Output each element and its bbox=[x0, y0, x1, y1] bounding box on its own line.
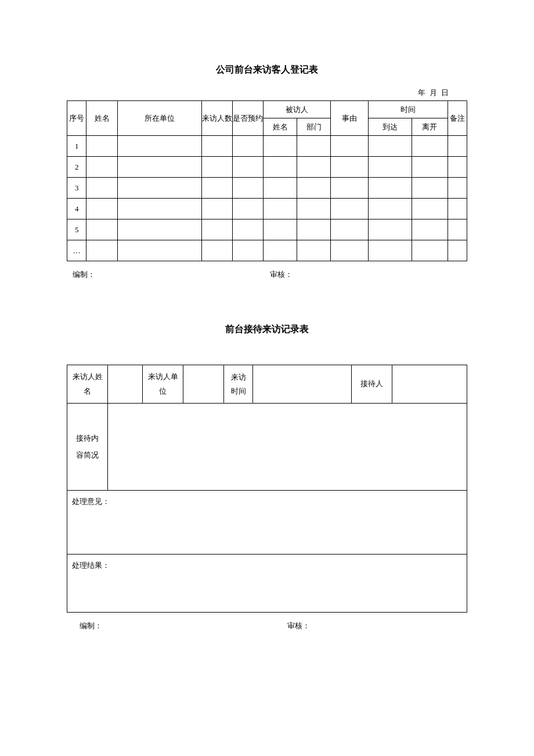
cell-seq: 1 bbox=[67, 136, 86, 157]
table-row: 1 bbox=[67, 136, 467, 157]
cell-time_arrive bbox=[368, 178, 412, 199]
cell-reason bbox=[331, 157, 369, 178]
title-1: 公司前台来访客人登记表 bbox=[67, 64, 467, 76]
cell-visit_count bbox=[201, 178, 232, 199]
cell-time_leave bbox=[412, 157, 448, 178]
cell-result: 处理结果： bbox=[67, 555, 467, 613]
cell-org bbox=[117, 219, 201, 240]
approved-by-1: 审核： bbox=[270, 269, 467, 280]
value-visit-time bbox=[253, 365, 352, 404]
cell-remark bbox=[448, 219, 467, 240]
cell-visited_name bbox=[264, 178, 297, 199]
th-seq: 序号 bbox=[67, 101, 86, 136]
cell-reason bbox=[331, 199, 369, 219]
table-row: 3 bbox=[67, 178, 467, 199]
cell-visited_name bbox=[264, 136, 297, 157]
cell-time_leave bbox=[412, 199, 448, 219]
value-receiver bbox=[392, 365, 467, 404]
cell-org bbox=[117, 136, 201, 157]
cell-opinion: 处理意见： bbox=[67, 491, 467, 555]
cell-time_arrive bbox=[368, 157, 412, 178]
cell-visit_count bbox=[201, 136, 232, 157]
cell-reason bbox=[331, 240, 369, 261]
cell-seq: … bbox=[67, 240, 86, 261]
th-visited-dept: 部门 bbox=[297, 118, 331, 136]
cell-name bbox=[86, 136, 117, 157]
cell-time_arrive bbox=[368, 240, 412, 261]
value-visitor-name bbox=[108, 365, 143, 404]
cell-visited_name bbox=[264, 157, 297, 178]
cell-visited_dept bbox=[297, 219, 331, 240]
cell-visit_count bbox=[201, 199, 232, 219]
cell-appointment bbox=[232, 136, 263, 157]
label-visitor-name: 来访人姓 名 bbox=[67, 365, 108, 404]
cell-time_leave bbox=[412, 240, 448, 261]
cell-appointment bbox=[232, 219, 263, 240]
th-remark: 备注 bbox=[448, 101, 467, 136]
cell-reason bbox=[331, 219, 369, 240]
th-time-leave: 离开 bbox=[412, 118, 448, 136]
label-result: 处理结果： bbox=[72, 561, 110, 570]
th-visited-group: 被访人 bbox=[264, 101, 331, 118]
th-visited-name: 姓名 bbox=[264, 118, 297, 136]
cell-visit_count bbox=[201, 219, 232, 240]
th-visit-count: 来访人数 bbox=[201, 101, 232, 136]
cell-appointment bbox=[232, 157, 263, 178]
cell-appointment bbox=[232, 178, 263, 199]
cell-remark bbox=[448, 157, 467, 178]
title-2: 前台接待来访记录表 bbox=[67, 323, 467, 336]
cell-time_leave bbox=[412, 178, 448, 199]
cell-time_leave bbox=[412, 219, 448, 240]
section-visitor-register: 公司前台来访客人登记表 年 月 日 序号 姓名 所在单位 来访人数 是否预约 被… bbox=[67, 64, 467, 280]
cell-time_arrive bbox=[368, 199, 412, 219]
table-row: 4 bbox=[67, 199, 467, 219]
cell-visited_dept bbox=[297, 136, 331, 157]
label-visit-time: 来访时间 bbox=[224, 365, 253, 404]
cell-remark bbox=[448, 136, 467, 157]
th-time-arrive: 到达 bbox=[368, 118, 412, 136]
value-content-summary bbox=[108, 404, 467, 491]
cell-time_arrive bbox=[368, 219, 412, 240]
label-content-summary: 接待内容简况 bbox=[67, 404, 108, 491]
footer-1: 编制： 审核： bbox=[67, 269, 467, 280]
cell-visit_count bbox=[201, 157, 232, 178]
cell-appointment bbox=[232, 199, 263, 219]
value-visitor-org bbox=[183, 365, 224, 404]
cell-visited_dept bbox=[297, 178, 331, 199]
cell-seq: 4 bbox=[67, 199, 86, 219]
cell-org bbox=[117, 199, 201, 219]
table-reception-record: 来访人姓 名 来访人单 位 来访时间 接待人 接待内容简况 处理意见： 处理结果… bbox=[67, 365, 467, 613]
cell-name bbox=[86, 157, 117, 178]
approved-by-2: 审核： bbox=[287, 621, 468, 631]
cell-visited_name bbox=[264, 199, 297, 219]
cell-name bbox=[86, 219, 117, 240]
cell-time_leave bbox=[412, 136, 448, 157]
cell-reason bbox=[331, 136, 369, 157]
cell-visited_name bbox=[264, 240, 297, 261]
table-visitor-register: 序号 姓名 所在单位 来访人数 是否预约 被访人 事由 时间 备注 姓名 部门 … bbox=[67, 100, 467, 261]
label-opinion: 处理意见： bbox=[72, 497, 110, 506]
cell-remark bbox=[448, 240, 467, 261]
cell-visited_name bbox=[264, 219, 297, 240]
cell-org bbox=[117, 178, 201, 199]
th-appointment: 是否预约 bbox=[232, 101, 263, 136]
cell-name bbox=[86, 240, 117, 261]
cell-name bbox=[86, 199, 117, 219]
label-visitor-org: 来访人单 位 bbox=[143, 365, 183, 404]
cell-org bbox=[117, 157, 201, 178]
table-row: … bbox=[67, 240, 467, 261]
footer-2: 编制： 审核： bbox=[67, 621, 467, 631]
cell-visited_dept bbox=[297, 199, 331, 219]
cell-seq: 3 bbox=[67, 178, 86, 199]
date-line: 年 月 日 bbox=[67, 88, 467, 98]
th-reason: 事由 bbox=[331, 101, 369, 136]
prepared-by-1: 编制： bbox=[67, 269, 270, 280]
section-reception-record: 前台接待来访记录表 来访人姓 名 来访人单 位 来访时间 接待人 接待内容简况 … bbox=[67, 323, 467, 631]
cell-time_arrive bbox=[368, 136, 412, 157]
cell-reason bbox=[331, 178, 369, 199]
table-row: 2 bbox=[67, 157, 467, 178]
cell-appointment bbox=[232, 240, 263, 261]
cell-seq: 2 bbox=[67, 157, 86, 178]
cell-visit_count bbox=[201, 240, 232, 261]
cell-remark bbox=[448, 199, 467, 219]
